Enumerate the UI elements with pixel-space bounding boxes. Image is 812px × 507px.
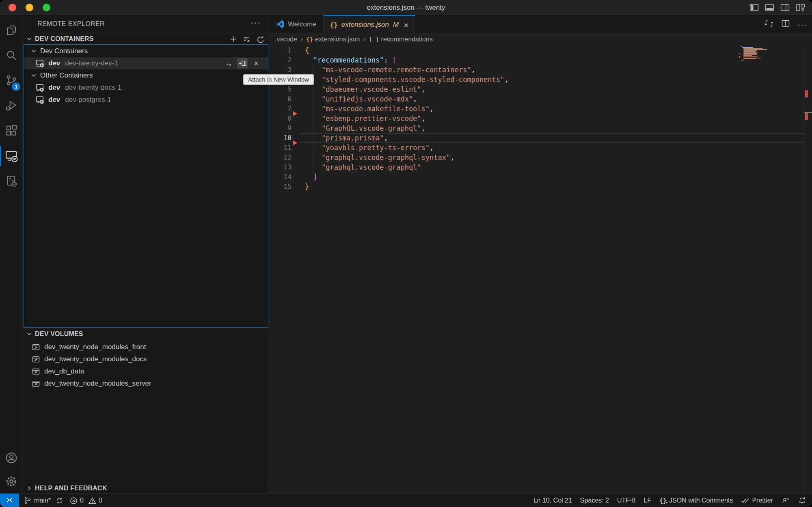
line-number[interactable]: 12 <box>269 153 292 162</box>
section-dev-containers[interactable]: DEV CONTAINERS <box>23 33 269 44</box>
chevron-down-icon <box>30 72 37 79</box>
line-number[interactable]: 6 <box>269 94 292 104</box>
line-number[interactable]: 8 <box>269 114 292 123</box>
section-dev-volumes[interactable]: DEV VOLUMES <box>23 328 269 339</box>
feedback-icon[interactable] <box>781 496 790 505</box>
code-line-7[interactable]: 7 "ms-vscode.makefile-tools", <box>269 104 812 114</box>
breadcrumb-folder[interactable]: .vscode <box>275 36 297 43</box>
titlebar: extensions.json — twenty <box>0 0 812 15</box>
cursor-position[interactable]: Ln 10, Col 21 <box>533 497 572 504</box>
close-tab-icon[interactable]: × <box>404 21 408 29</box>
split-editor-icon[interactable] <box>781 19 790 30</box>
minimap-line <box>743 53 757 54</box>
toggle-secondary-sidebar-icon[interactable] <box>780 2 790 13</box>
stop-container-icon[interactable]: × <box>251 58 261 69</box>
tab-welcome[interactable]: Welcome <box>269 15 324 33</box>
code-line-12[interactable]: 12 "graphql.vscode-graphql-syntax", <box>269 153 812 162</box>
double-check-icon <box>741 496 749 505</box>
code-line-11[interactable]: 11 "yoavbls.pretty-ts-errors", <box>269 143 812 153</box>
json-braces-icon: {} <box>330 21 338 29</box>
remote-indicator[interactable] <box>0 494 19 507</box>
attach-in-new-window-icon[interactable] <box>237 58 248 69</box>
add-container-icon[interactable] <box>229 35 237 43</box>
chevron-down-icon <box>26 36 32 42</box>
line-number[interactable]: 14 <box>269 172 292 182</box>
line-number[interactable]: 5 <box>269 84 292 94</box>
explorer-icon[interactable] <box>0 18 23 42</box>
extensions-icon[interactable] <box>0 119 23 142</box>
language-mode[interactable]: {}JSON with Comments <box>659 497 733 504</box>
code-line-15[interactable]: 15} <box>269 182 812 192</box>
settings-gear-icon[interactable] <box>0 470 23 493</box>
sync-icon[interactable] <box>56 497 63 505</box>
line-number[interactable]: 10 <box>269 133 292 143</box>
eol-sequence[interactable]: LF <box>644 497 651 504</box>
tree-item-dev-postgres-1[interactable]: dev dev-postgres-1 <box>24 94 268 106</box>
open-changes-icon[interactable] <box>764 19 774 30</box>
encoding[interactable]: UTF-8 <box>617 497 635 504</box>
toggle-panel-icon[interactable] <box>764 2 775 13</box>
line-number[interactable]: 3 <box>269 65 292 75</box>
code-line-1[interactable]: 1{ <box>269 45 812 55</box>
problems-item[interactable]: 0 0 <box>70 497 102 505</box>
tree-group-dev-containers[interactable]: Dev Containers <box>24 45 268 57</box>
vscode-logo-icon <box>276 20 284 28</box>
sidebar-more-actions-icon[interactable]: ··· <box>251 17 261 28</box>
code-line-4[interactable]: 4 "styled-components.vscode-styled-compo… <box>269 75 812 84</box>
more-actions-icon[interactable]: ··· <box>797 19 807 29</box>
search-icon[interactable] <box>0 43 23 67</box>
window-title: extensions.json — twenty <box>0 0 812 15</box>
tab-extensions-json[interactable]: {} extensions.json M × <box>324 15 416 33</box>
code-line-14[interactable]: 14 ] <box>269 172 812 182</box>
refresh-icon[interactable] <box>256 35 264 43</box>
code-editor[interactable]: 1{2 "recommendations": [3 "ms-vscode-rem… <box>269 45 812 493</box>
code-line-10[interactable]: 10 "prisma.prisma", <box>269 133 812 143</box>
line-number[interactable]: 1 <box>269 45 292 55</box>
line-number[interactable]: 7 <box>269 104 292 114</box>
accounts-icon[interactable] <box>0 446 23 470</box>
line-number[interactable]: 15 <box>269 182 292 192</box>
breadcrumb-file[interactable]: {}extensions.json <box>306 36 360 43</box>
run-debug-icon[interactable] <box>0 94 23 117</box>
tree-item-dev-twenty-dev-1[interactable]: dev dev-twenty-dev-1 → × <box>24 57 268 69</box>
clear-filter-icon[interactable] <box>242 35 251 43</box>
volume-item[interactable]: dev_twenty_node_modules_server <box>23 378 269 390</box>
line-number[interactable]: 13 <box>269 162 292 172</box>
line-number[interactable]: 9 <box>269 123 292 133</box>
code-line-8[interactable]: 8 "esbenp.prettier-vscode", <box>269 114 812 123</box>
chevron-down-icon <box>26 331 32 337</box>
code-line-6[interactable]: 6 "unifiedjs.vscode-mdx", <box>269 94 812 104</box>
section-help-and-feedback[interactable]: HELP AND FEEDBACK <box>23 483 269 493</box>
remote-explorer-icon[interactable] <box>0 144 23 168</box>
formatter-item[interactable]: Prettier <box>741 496 773 505</box>
code-line-5[interactable]: 5 "dbaeumer.vscode-eslint", <box>269 84 812 94</box>
overview-ruler <box>804 45 812 493</box>
tree-group-other-containers[interactable]: Other Containers <box>24 69 268 82</box>
code-line-13[interactable]: 13 "graphql.vscode-graphql" <box>269 162 812 172</box>
toggle-primary-sidebar-icon[interactable] <box>749 2 759 13</box>
line-number[interactable]: 2 <box>269 55 292 65</box>
volume-item[interactable]: dev_twenty_node_modules_docs <box>23 353 269 365</box>
customize-layout-icon[interactable] <box>795 2 806 13</box>
line-number[interactable]: 11 <box>269 143 292 153</box>
notifications-bell-icon[interactable] <box>798 496 806 505</box>
volume-item[interactable]: dev_db_data <box>23 365 269 378</box>
containers-icon[interactable] <box>0 169 23 193</box>
branch-item[interactable]: main* <box>24 496 63 505</box>
volume-icon <box>32 343 40 352</box>
container-running-icon <box>35 59 44 68</box>
tree-item-dev-twenty-docs-1[interactable]: dev dev-twenty-docs-1 <box>24 82 268 94</box>
indentation[interactable]: Spaces: 2 <box>580 497 609 504</box>
breadcrumb-symbol[interactable]: [ ]recommendations <box>369 36 432 43</box>
branch-icon <box>24 496 32 505</box>
source-control-icon[interactable]: 1 <box>0 69 23 92</box>
attach-container-arrow-icon[interactable]: → <box>223 58 234 69</box>
chevron-right-icon: › <box>363 36 366 43</box>
breadcrumb: .vscode › {}extensions.json › [ ]recomme… <box>275 33 433 45</box>
editor-group: Welcome {} extensions.json M × ··· .vsco… <box>269 15 812 493</box>
code-line-9[interactable]: 9 "GraphQL.vscode-graphql", <box>269 123 812 133</box>
volume-item[interactable]: dev_twenty_node_modules_front <box>23 341 269 353</box>
code-line-2[interactable]: 2 "recommendations": [ <box>269 55 812 65</box>
volume-icon <box>32 380 40 388</box>
code-line-3[interactable]: 3 "ms-vscode-remote.remote-containers", <box>269 65 812 75</box>
